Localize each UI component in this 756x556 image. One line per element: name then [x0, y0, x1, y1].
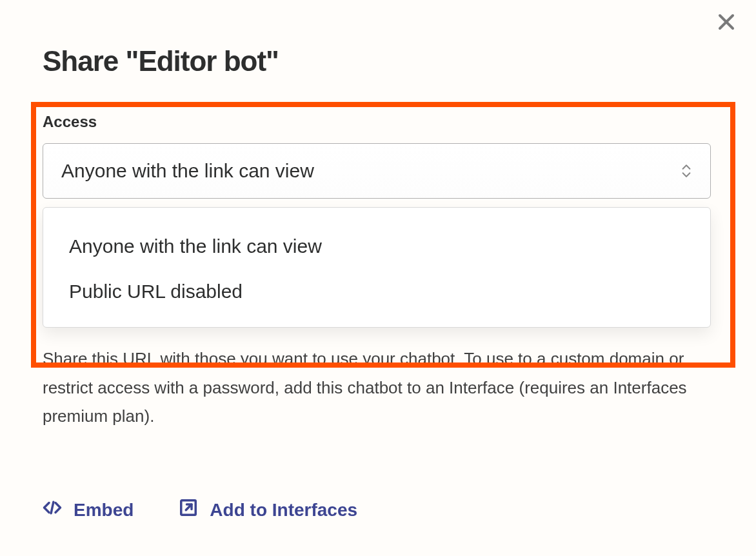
chevron-up-down-icon: [681, 163, 692, 179]
access-dropdown: Anyone with the link can view Public URL…: [43, 207, 711, 328]
close-icon: [717, 12, 736, 34]
actions-row: Embed Add to Interfaces: [43, 498, 357, 522]
share-help-text: Share this URL with those you want to us…: [43, 344, 711, 431]
access-select[interactable]: Anyone with the link can view: [43, 143, 711, 199]
access-select-value: Anyone with the link can view: [61, 160, 314, 182]
svg-line-2: [51, 502, 54, 513]
add-to-interfaces-label: Add to Interfaces: [210, 500, 357, 521]
code-icon: [43, 498, 62, 522]
access-option-public-disabled[interactable]: Public URL disabled: [43, 269, 710, 314]
close-button[interactable]: [715, 12, 738, 35]
external-link-icon: [179, 498, 198, 522]
embed-label: Embed: [74, 500, 134, 521]
add-to-interfaces-link[interactable]: Add to Interfaces: [179, 498, 357, 522]
dialog-title: Share "Editor bot": [43, 45, 279, 77]
access-label: Access: [43, 113, 97, 131]
embed-link[interactable]: Embed: [43, 498, 134, 522]
access-option-anyone-link[interactable]: Anyone with the link can view: [43, 224, 710, 269]
